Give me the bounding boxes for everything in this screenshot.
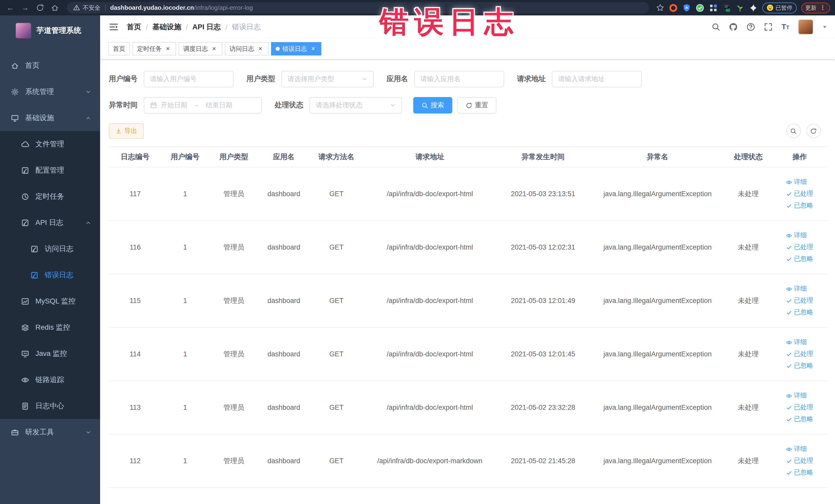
detail-link[interactable]: 详细 xyxy=(786,231,807,240)
ignored-link[interactable]: 已忽略 xyxy=(786,201,813,210)
reload-icon[interactable] xyxy=(35,4,45,12)
detail-link[interactable]: 详细 xyxy=(786,178,807,186)
refresh-table-button[interactable] xyxy=(806,124,821,138)
page-content: 用户编号 请输入用户编号 用户类型 请选择用户类型 应用名 xyxy=(100,60,835,504)
fullscreen-icon[interactable] xyxy=(764,23,773,31)
processed-link[interactable]: 已处理 xyxy=(786,296,813,305)
actions-cell: 详细 已处理 已忽略 xyxy=(772,274,827,327)
sidebar-menu-item[interactable]: 基础设施 xyxy=(0,105,100,131)
menu-item-label: 访问日志 xyxy=(45,244,74,254)
menu-item-label: 错误日志 xyxy=(45,270,74,280)
exception-time-range-input[interactable]: 开始日期 ~ 结束日期 xyxy=(144,97,262,114)
back-icon[interactable]: ← xyxy=(5,4,15,12)
user-type-select[interactable]: 请选择用户类型 xyxy=(281,71,374,87)
ignored-link[interactable]: 已忽略 xyxy=(786,468,813,477)
menu-item-label: Redis 监控 xyxy=(36,323,70,332)
close-icon[interactable]: × xyxy=(257,45,264,53)
extension-icon-check[interactable] xyxy=(695,3,704,12)
close-icon[interactable]: × xyxy=(309,45,317,53)
help-icon[interactable] xyxy=(747,23,755,31)
menu-item-label: 文件管理 xyxy=(36,139,64,149)
sidebar-menu-item[interactable]: 日志中心 xyxy=(0,393,100,419)
detail-link[interactable]: 详细 xyxy=(786,338,807,347)
sidebar-menu-item[interactable]: Redis 监控 xyxy=(0,314,100,340)
ignored-link[interactable]: 已忽略 xyxy=(786,362,813,370)
column-header: 请求地址 xyxy=(364,147,496,167)
font-size-icon[interactable]: TT xyxy=(781,22,789,32)
extension-paused-pill[interactable]: 已暂停 xyxy=(762,2,796,13)
export-button[interactable]: 导出 xyxy=(109,123,144,139)
close-icon[interactable]: × xyxy=(164,45,171,53)
processed-link[interactable]: 已处理 xyxy=(786,189,813,198)
sidebar-menu-item[interactable]: Java 监控 xyxy=(0,340,100,367)
sidebar-menu-item[interactable]: 链路追踪 xyxy=(0,367,100,393)
avatar[interactable] xyxy=(798,20,813,35)
sidebar-menu-item[interactable]: MySQL 监控 xyxy=(0,288,100,314)
browser-update-button[interactable]: 更新 ⋮ xyxy=(801,2,830,13)
extension-icon-plant[interactable] xyxy=(735,3,744,12)
menu-item-label: 首页 xyxy=(25,61,40,70)
user-id-input[interactable]: 请输入用户编号 xyxy=(144,71,233,87)
sidebar-logo[interactable]: 芋道管理系统 xyxy=(0,15,100,45)
sidebar-menu-item[interactable]: API 日志 xyxy=(0,209,100,236)
search-button[interactable]: 搜索 xyxy=(413,97,452,114)
sidebar-menu-item[interactable]: 配置管理 xyxy=(0,157,100,183)
detail-link[interactable]: 详细 xyxy=(786,445,807,453)
hamburger-icon[interactable] xyxy=(109,22,119,32)
ignored-link[interactable]: 已忽略 xyxy=(786,255,813,263)
process-status-select[interactable]: 请选择处理状态 xyxy=(309,97,402,114)
processed-link[interactable]: 已处理 xyxy=(786,350,813,358)
github-icon[interactable] xyxy=(729,23,738,31)
eye-icon xyxy=(786,233,792,239)
tab[interactable]: 访问日志 × xyxy=(225,42,268,56)
reset-button[interactable]: 重置 xyxy=(457,97,496,114)
tab[interactable]: 调度日志 × xyxy=(179,42,222,56)
menu-item-label: 日志中心 xyxy=(36,401,64,410)
toggle-search-button[interactable] xyxy=(786,124,801,138)
method-cell: GET xyxy=(309,434,364,488)
breadcrumb-item[interactable]: 基础设施 xyxy=(152,22,181,32)
method-cell: GET xyxy=(309,327,364,381)
request-url-input[interactable]: 请输入请求地址 xyxy=(552,71,642,87)
exception-cell: java.lang.IllegalArgumentException xyxy=(590,221,725,274)
address-bar[interactable]: 不安全 dashboard.yudao.iocoder.cn /infra/lo… xyxy=(67,2,649,13)
extension-icon-shield[interactable] xyxy=(682,3,691,12)
tab[interactable]: 错误日志 × xyxy=(271,42,321,56)
sidebar-menu-item[interactable]: 访问日志 xyxy=(0,236,100,262)
user-type-cell: 管理员 xyxy=(209,434,259,488)
sidebar-menu-item[interactable]: 定时任务 xyxy=(0,183,100,209)
tab[interactable]: 首页 xyxy=(108,42,130,56)
forward-icon[interactable]: → xyxy=(20,4,30,12)
browser-menu-icon[interactable]: ⋮ xyxy=(820,4,826,11)
app-name-input[interactable]: 请输入应用名 xyxy=(414,71,504,87)
ignored-link[interactable]: 已忽略 xyxy=(786,308,813,317)
table-row: 113 1 管理员 dashboard GET /api/infra/db-do… xyxy=(109,381,827,434)
detail-link[interactable]: 详细 xyxy=(786,391,807,400)
user-type-label: 用户类型 xyxy=(246,75,281,84)
extension-icon-orange[interactable] xyxy=(669,3,677,12)
bookmark-star-icon[interactable] xyxy=(656,4,664,12)
sidebar-menu-item[interactable]: 研发工具 xyxy=(0,419,100,445)
breadcrumb-item[interactable]: API 日志 xyxy=(192,22,221,32)
url-cell: /api/infra/db-doc/export-html xyxy=(364,327,496,381)
sidebar-menu-item[interactable]: 系统管理 xyxy=(0,79,100,105)
breadcrumb-item[interactable]: 首页 xyxy=(127,22,141,32)
extension-icon-star-white[interactable] xyxy=(749,3,757,12)
tab[interactable]: 定时任务 × xyxy=(133,42,176,56)
chevron-down-icon[interactable] xyxy=(822,24,827,30)
ignored-link[interactable]: 已忽略 xyxy=(786,415,813,424)
home-icon[interactable] xyxy=(50,4,60,12)
processed-link[interactable]: 已处理 xyxy=(786,403,813,412)
sidebar-menu-item[interactable]: 错误日志 xyxy=(0,262,100,288)
processed-link[interactable]: 已处理 xyxy=(786,243,813,251)
exception-cell: java.lang.IllegalArgumentException xyxy=(590,167,725,221)
close-icon[interactable]: × xyxy=(210,45,218,53)
sidebar-menu-item[interactable]: 文件管理 xyxy=(0,131,100,157)
sidebar-menu-item[interactable]: 首页 xyxy=(0,53,100,79)
search-icon[interactable] xyxy=(712,23,720,31)
detail-link[interactable]: 详细 xyxy=(786,284,807,293)
extension-icon-grid[interactable] xyxy=(709,3,717,12)
breadcrumb-item[interactable]: 错误日志 xyxy=(232,22,261,32)
extension-icon-on-badge[interactable]: ON xyxy=(722,3,731,12)
processed-link[interactable]: 已处理 xyxy=(786,457,813,465)
